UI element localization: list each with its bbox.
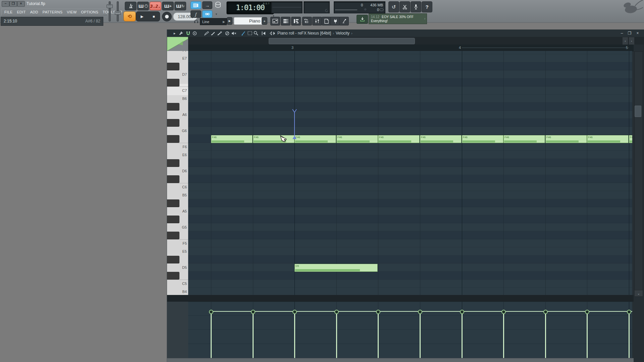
midi-note[interactable]: F#6 — [294, 135, 336, 143]
piano-key-black[interactable] — [167, 272, 179, 280]
record-audio-button[interactable] — [411, 1, 421, 12]
velocity-stem[interactable] — [629, 312, 630, 358]
vertical-scroll-thumb[interactable] — [635, 106, 641, 117]
note-grid[interactable]: F#6F#6F#6F#6F#6F#6F#6F#6F#6F#6F#6D5 — [188, 51, 632, 295]
sync-button[interactable]: ↺ — [388, 1, 399, 12]
menu-add[interactable]: ADD — [30, 10, 38, 14]
midi-note[interactable]: F#6 — [253, 135, 294, 143]
velocity-stem[interactable] — [462, 312, 463, 358]
paint-tool-button[interactable] — [210, 31, 216, 36]
event-target-selector[interactable]: Velocity — [336, 31, 350, 36]
record-button[interactable] — [162, 12, 172, 21]
piano-key-white[interactable]: B4 — [173, 288, 187, 295]
velocity-marker[interactable] — [460, 310, 464, 314]
velocity-stem[interactable] — [294, 312, 295, 358]
metronome-button[interactable] — [125, 2, 137, 10]
piano-key-white[interactable]: E6 — [173, 151, 187, 159]
velocity-marker[interactable] — [376, 310, 380, 314]
piano-key-white[interactable]: D5 — [173, 263, 187, 272]
piano-roll-titlebar[interactable]: ▸ — [167, 29, 644, 37]
pattern-add-button[interactable]: + — [262, 17, 267, 25]
mute-tool-button[interactable] — [231, 31, 237, 36]
midi-note[interactable]: F#6 — [378, 135, 420, 143]
menu-file[interactable]: FILE — [4, 10, 12, 14]
app-restore-button[interactable]: ❐ — [9, 1, 17, 7]
velocity-stem[interactable] — [378, 312, 379, 358]
piano-key-white[interactable]: B6 — [173, 95, 187, 103]
playback-tool-button[interactable] — [261, 31, 266, 36]
piano-key-black[interactable] — [167, 79, 179, 86]
typing-keyboard-toggle[interactable] — [191, 1, 201, 9]
link-recording-toggle[interactable] — [202, 10, 212, 18]
app-close-button[interactable]: × — [17, 1, 25, 7]
blend-notes-button[interactable]: Ш+ — [162, 2, 174, 10]
help-button[interactable]: ? — [422, 1, 432, 12]
wait-for-input-button[interactable]: Ш — [137, 2, 149, 10]
velocity-stem[interactable] — [211, 312, 212, 358]
velocity-lane[interactable] — [188, 302, 632, 358]
piano-key-white[interactable]: F5 — [173, 239, 187, 247]
menu-view[interactable]: VIEW — [67, 10, 76, 14]
plugin-toggle[interactable] — [330, 17, 340, 25]
velocity-stem[interactable] — [503, 312, 504, 358]
play-button[interactable]: ▶ — [136, 12, 148, 21]
main-pitch-knob[interactable] — [107, 4, 113, 8]
piano-key-white[interactable]: D6 — [173, 167, 187, 175]
promo-banner[interactable]: 14.12 EOY SALE 30% OFF Everything! › — [369, 13, 427, 24]
piano-key-black[interactable] — [167, 103, 179, 111]
piano-key-black[interactable] — [167, 135, 179, 143]
vertical-scroll-track[interactable] — [634, 51, 643, 291]
horizontal-scrollbar[interactable]: ‹ › ▪ — [167, 37, 644, 45]
loop-record-mode-button[interactable]: Ш↻ — [174, 2, 186, 10]
piano-keyboard[interactable]: F7E7D7C7B6A6G6F6E6D6C6B5A5G5F5E5D5C5B4 — [167, 51, 188, 295]
draw-tool-button[interactable] — [204, 31, 209, 36]
midi-note[interactable]: F#6 — [587, 135, 629, 143]
slice-tool-button[interactable] — [240, 31, 246, 36]
menu-patterns[interactable]: PATTERNS — [43, 10, 62, 14]
midi-note[interactable]: D5 — [294, 264, 378, 272]
tool-menu-button[interactable] — [178, 31, 184, 36]
browser-toggle[interactable] — [302, 17, 312, 25]
piano-key-black[interactable] — [167, 256, 179, 263]
piano-key-white[interactable]: A6 — [173, 111, 187, 119]
cut-tool-button[interactable] — [399, 1, 410, 12]
midi-note[interactable]: F#6 — [211, 135, 253, 143]
velocity-stem[interactable] — [587, 312, 588, 358]
piano-key-white[interactable]: C7 — [173, 86, 187, 95]
piano-key-white[interactable]: D7 — [173, 70, 187, 78]
velocity-stem[interactable] — [253, 312, 254, 358]
snap-selector[interactable]: Line ▶ — [200, 18, 227, 25]
pr-close-button[interactable]: × — [635, 31, 641, 36]
piano-key-white[interactable]: A5 — [173, 207, 187, 215]
midi-note[interactable]: F#6 — [336, 135, 378, 143]
velocity-marker[interactable] — [418, 310, 422, 314]
scroll-options-button[interactable]: ▪ — [629, 37, 635, 45]
stamp-tool-button[interactable] — [192, 31, 198, 36]
piano-key-white[interactable]: G6 — [173, 127, 187, 135]
stop-button[interactable]: ■ — [148, 12, 160, 21]
piano-key-black[interactable] — [167, 159, 179, 167]
scroll-right-button[interactable]: › — [622, 37, 628, 45]
timeline-ruler[interactable]: 345 — [167, 45, 634, 51]
playlist-toggle[interactable] — [270, 17, 280, 25]
velocity-stem[interactable] — [336, 312, 337, 358]
paint-sequence-button[interactable] — [217, 31, 222, 36]
main-volume-knob[interactable] — [115, 11, 121, 15]
mixer-toggle[interactable] — [312, 17, 322, 25]
step-edit-button[interactable]: → — [202, 1, 212, 9]
velocity-marker[interactable] — [334, 310, 339, 314]
piano-key-black[interactable] — [167, 63, 179, 70]
midi-note[interactable]: F#6 — [462, 135, 503, 143]
velocity-splitter[interactable] — [167, 295, 634, 302]
velocity-marker[interactable] — [292, 310, 297, 314]
record-loop-toggle[interactable]: ⟲ — [123, 11, 136, 21]
midi-note[interactable]: F#6 — [420, 135, 462, 143]
piano-key-white[interactable]: C5 — [173, 280, 187, 288]
vertical-scrollbar[interactable]: ⌄ — [634, 45, 643, 362]
chevron-down-icon[interactable]: ▼ — [215, 13, 218, 16]
note-preview-toggle[interactable] — [270, 31, 275, 36]
touch-controller-toggle[interactable] — [339, 17, 349, 25]
piano-key-white[interactable]: F7 — [173, 51, 187, 54]
menu-options[interactable]: OPTIONS — [81, 10, 99, 14]
piano-key-black[interactable] — [167, 119, 179, 127]
